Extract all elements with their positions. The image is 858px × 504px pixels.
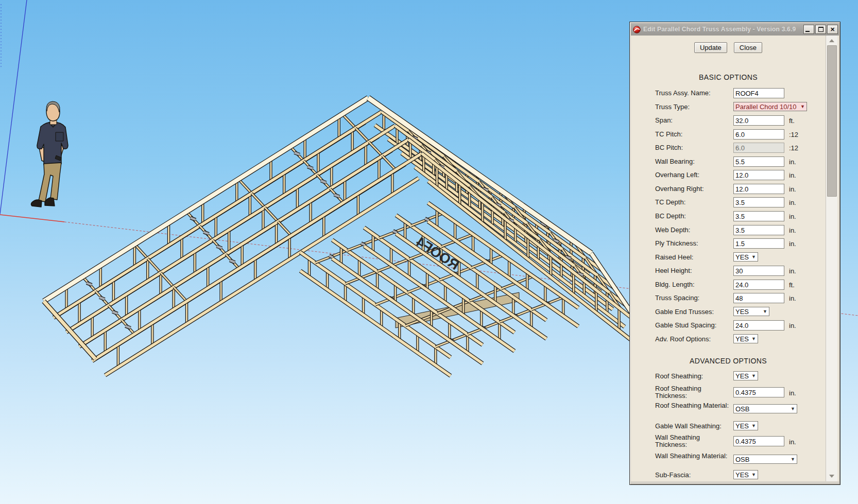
chevron-down-icon: ▼ [800,104,805,109]
overhang-right-input[interactable] [733,184,784,194]
row-truss-type: Truss Type: Parallel Chord 10/10▼ [631,102,826,112]
tc-pitch-input[interactable] [733,129,784,140]
bc-pitch-input [733,143,784,153]
chevron-down-icon: ▼ [791,457,795,462]
roof-sheathing-thickness-input[interactable] [733,387,784,397]
red-axis-line [0,215,64,222]
row-roof-sheathing: Roof Sheathing: YES▼ [631,371,826,381]
row-wall-bearing: Wall Bearing: in. [631,157,826,167]
row-span: Span: ft. [631,115,826,126]
span-input[interactable] [733,115,784,126]
row-gable-stud-spacing: Gable Stud Spacing: in. [631,320,826,331]
row-bc-depth: BC Depth: in. [631,211,826,221]
row-adv-roof-options: Adv. Roof Options: YES▼ [631,334,826,344]
row-gable-end-trusses: Gable End Trusses: YES▼ [631,307,826,317]
person-figure [31,101,68,207]
row-heel-height: Heel Height: in. [631,266,826,276]
row-truss-spacing: Truss Spacing: in. [631,293,826,303]
truss-options-form: Update Close BASIC OPTIONS Truss Assy. N… [631,36,826,481]
advanced-options-heading: ADVANCED OPTIONS [631,357,826,365]
chevron-down-icon: ▼ [763,309,767,314]
row-web-depth: Web Depth: in. [631,225,826,235]
scroll-up-icon[interactable] [826,37,837,45]
dialog-body: Update Close BASIC OPTIONS Truss Assy. N… [631,36,839,481]
gable-end-trusses-select[interactable]: YES▼ [733,307,769,316]
window-title: Edit Parallel Chord Truss Assembly - Ver… [643,26,803,33]
close-icon[interactable]: ✕ [827,25,838,34]
truss-spacing-input[interactable] [733,293,784,303]
wall-sheathing-material-select[interactable]: OSB▼ [733,455,797,464]
row-tc-pitch: TC Pitch: :12 [631,129,826,140]
gable-stud-spacing-input[interactable] [733,320,784,331]
dialog-titlebar[interactable]: Edit Parallel Chord Truss Assembly - Ver… [631,23,839,36]
tc-depth-input[interactable] [733,197,784,207]
chevron-down-icon: ▼ [751,254,756,259]
roof-sheathing-select[interactable]: YES▼ [733,371,758,380]
row-wall-sheathing-thickness: Wall Sheathing Thickness: in. [631,434,826,449]
chevron-down-icon: ▼ [791,406,795,411]
row-tc-depth: TC Depth: in. [631,197,826,207]
row-truss-assy-name: Truss Assy. Name: [631,88,826,98]
chevron-down-icon: ▼ [751,472,756,477]
chevron-down-icon: ▼ [751,423,756,428]
wall-sheathing-thickness-input[interactable] [733,436,784,446]
gable-wall-sheathing-select[interactable]: YES▼ [733,421,758,430]
row-roof-sheathing-thickness: Roof Sheathing Thickness: in. [631,385,826,401]
adv-roof-options-select[interactable]: YES▼ [733,334,758,343]
minimize-icon[interactable] [803,25,814,34]
scrollbar-thumb[interactable] [827,45,837,197]
row-bc-pitch: BC Pitch: :12 [631,143,826,153]
update-button[interactable]: Update [694,42,727,53]
close-button[interactable]: Close [734,42,762,53]
ply-thickness-input[interactable] [733,238,784,249]
web-depth-input[interactable] [733,225,784,235]
row-overhang-left: Overhang Left: in. [631,170,826,180]
truss-assy-name-input[interactable] [733,88,784,98]
row-wall-sheathing-material: Wall Sheathing Material: OSB▼ [631,453,826,468]
wall-bearing-input[interactable] [733,157,784,167]
bc-depth-input[interactable] [733,211,784,221]
raised-heel-select[interactable]: YES▼ [733,252,758,262]
chevron-down-icon: ▼ [751,373,756,378]
scene-foreground [0,101,68,222]
sub-fascia-select[interactable]: YES▼ [733,470,758,479]
medeek-truss-app-icon [633,26,641,33]
row-gable-wall-sheathing: Gable Wall Sheathing: YES▼ [631,421,826,431]
maximize-icon[interactable] [815,25,826,34]
row-overhang-right: Overhang Right: in. [631,184,826,194]
row-bldg-length: Bldg. Length: ft. [631,280,826,290]
row-sub-fascia: Sub-Fascia: YES▼ [631,470,826,480]
truss-type-select[interactable]: Parallel Chord 10/10▼ [733,102,807,111]
row-ply-thickness: Ply Thickness: in. [631,238,826,249]
dialog-scrollbar[interactable] [826,36,837,481]
blue-axis-line [0,0,27,214]
row-roof-sheathing-material: Roof Sheathing Material: OSB▼ [631,402,826,418]
basic-options-heading: BASIC OPTIONS [631,73,826,81]
row-raised-heel: Raised Heel: YES▼ [631,252,826,263]
heel-height-input[interactable] [733,266,784,276]
truss-assembly-dialog: Edit Parallel Chord Truss Assembly - Ver… [629,22,840,485]
chevron-down-icon: ▼ [751,336,756,341]
bldg-length-input[interactable] [733,280,784,290]
overhang-left-input[interactable] [733,170,784,180]
roof-sheathing-material-select[interactable]: OSB▼ [733,404,797,413]
scroll-down-icon[interactable] [826,472,837,480]
